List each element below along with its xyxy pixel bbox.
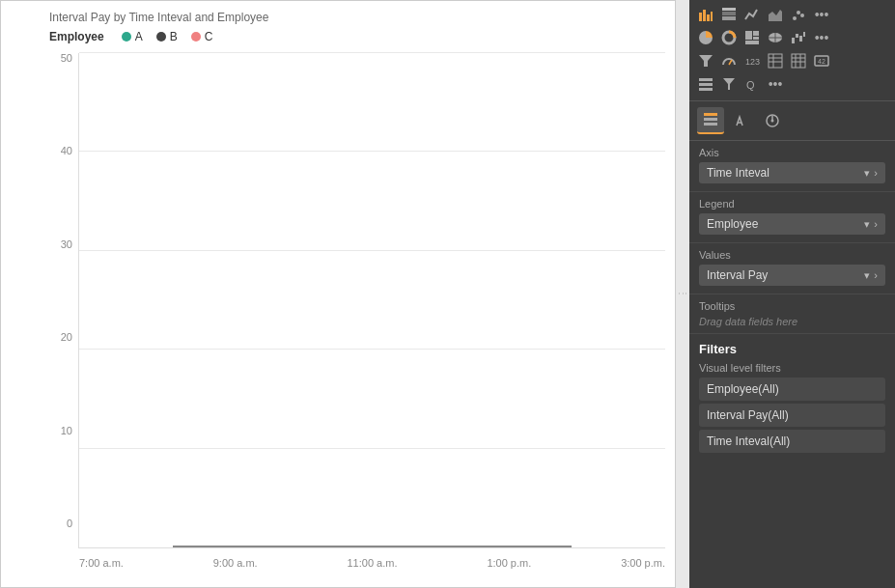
svg-text:123: 123 (745, 57, 760, 67)
y-label-0: 0 (67, 518, 72, 529)
fields-btn[interactable] (697, 107, 724, 134)
analytics-btn[interactable] (759, 107, 786, 134)
svg-rect-39 (699, 88, 713, 91)
svg-rect-5 (722, 12, 736, 15)
y-label-50: 50 (61, 53, 72, 64)
matrix-icon[interactable] (788, 50, 809, 71)
resize-handle[interactable]: ⋮ (676, 0, 689, 588)
icon-row-2: ••• (695, 27, 889, 48)
filter-icon[interactable] (718, 73, 740, 95)
svg-rect-4 (722, 16, 736, 20)
svg-rect-1 (703, 10, 706, 21)
line-chart-icon[interactable] (741, 4, 763, 25)
svg-text:42: 42 (818, 58, 825, 65)
svg-rect-12 (745, 31, 752, 40)
filters-section: Filters Visual level filters Employee(Al… (689, 334, 895, 463)
svg-rect-2 (707, 14, 710, 21)
svg-text:Q: Q (746, 79, 755, 91)
legend-text-b: B (170, 30, 178, 43)
svg-rect-38 (699, 83, 713, 86)
tooltips-label: Tooltips (699, 300, 885, 312)
pie-icon[interactable] (695, 27, 716, 48)
x-label-900: 9:00 a.m. (213, 557, 258, 569)
stacked-bar-icon[interactable] (718, 4, 740, 25)
values-field-pill[interactable]: Interval Pay ▾ › (699, 265, 885, 286)
chart-title: Interval Pay by Time Inteval and Employe… (49, 11, 665, 24)
more-icon-3[interactable]: ••• (765, 73, 786, 95)
svg-rect-20 (796, 34, 798, 38)
filter-item-time-inteval[interactable]: Time Inteval(All) (699, 430, 885, 453)
svg-rect-14 (753, 37, 759, 40)
axis-section: Axis Time Inteval ▾ › (689, 141, 895, 192)
chart-legend: Employee A B C (49, 30, 665, 43)
grid-line-top (79, 52, 665, 53)
legend-text-a: A (135, 30, 143, 43)
values-section: Values Interval Pay ▾ › (689, 243, 895, 294)
legend-item-a: A (122, 30, 143, 43)
svg-rect-43 (704, 118, 717, 121)
filter-item-interval-pay[interactable]: Interval Pay(All) (699, 404, 885, 427)
filter-item-employee[interactable]: Employee(All) (699, 378, 885, 401)
more-icon-2[interactable]: ••• (811, 27, 832, 48)
svg-point-48 (771, 120, 774, 123)
legend-pill-icons: ▾ › (864, 218, 878, 231)
axis-label: Axis (699, 147, 885, 158)
svg-rect-15 (745, 41, 759, 44)
svg-point-8 (793, 16, 797, 20)
grid-line-60 (79, 250, 665, 251)
svg-marker-23 (699, 55, 713, 67)
chevron-right-icon: › (874, 167, 878, 179)
legend-dot-c (191, 32, 201, 42)
map-icon[interactable] (765, 27, 786, 48)
kpi-icon[interactable]: 123 (741, 50, 763, 71)
slicer-icon[interactable] (695, 73, 716, 95)
axis-pill-icons: ▾ › (864, 167, 878, 180)
grid-line-40 (79, 349, 665, 350)
legend-section: Legend Employee ▾ › (689, 192, 895, 243)
donut-icon[interactable] (718, 27, 740, 48)
values-label: Values (699, 249, 885, 261)
svg-rect-21 (799, 36, 802, 42)
format-btn[interactable] (728, 107, 755, 134)
legend-chevron-icon: › (874, 218, 878, 230)
svg-rect-37 (699, 78, 713, 81)
svg-rect-19 (792, 38, 795, 43)
svg-rect-42 (704, 113, 717, 116)
axis-field-pill[interactable]: Time Inteval ▾ › (699, 162, 885, 183)
sub-toolbar (689, 101, 895, 141)
svg-line-24 (729, 60, 732, 65)
table-icon[interactable] (765, 50, 786, 71)
y-label-40: 40 (61, 146, 72, 156)
funnel-icon[interactable] (695, 50, 716, 71)
filters-sub-label: Visual level filters (699, 362, 885, 374)
card-icon[interactable]: 42 (811, 50, 832, 71)
qanda-icon[interactable]: Q (741, 73, 763, 95)
gauge-icon[interactable] (718, 50, 740, 71)
x-label-100: 1:00 p.m. (487, 557, 531, 569)
area-chart-icon[interactable] (765, 4, 786, 25)
y-axis: 50 40 30 20 10 0 (49, 53, 78, 548)
legend-dropdown-icon: ▾ (864, 218, 870, 231)
legend-label-panel: Legend (699, 198, 885, 210)
scatter-icon[interactable] (788, 4, 809, 25)
icon-row-4: Q ••• (695, 73, 889, 95)
treemap-icon[interactable] (741, 27, 763, 48)
legend-field-text: Employee (707, 217, 758, 231)
legend-label: Employee (49, 30, 104, 43)
bar-chart-icon[interactable] (695, 4, 716, 25)
svg-rect-0 (699, 13, 702, 21)
more-icon-1[interactable]: ••• (811, 4, 832, 25)
icon-row-1: ••• (695, 4, 889, 25)
values-dropdown-icon: ▾ (864, 269, 870, 282)
tooltips-section: Tooltips Drag data fields here (689, 294, 895, 334)
dropdown-icon: ▾ (864, 167, 870, 180)
x-label-300: 3:00 p.m. (621, 557, 665, 569)
legend-field-pill[interactable]: Employee ▾ › (699, 213, 885, 235)
values-field-text: Interval Pay (707, 268, 768, 282)
filters-title: Filters (699, 342, 885, 356)
waterfall-icon[interactable] (788, 27, 809, 48)
drag-placeholder: Drag data fields here (699, 316, 885, 327)
x-axis: 7:00 a.m. 9:00 a.m. 11:00 a.m. 1:00 p.m.… (79, 557, 665, 569)
legend-item-c: C (191, 30, 213, 43)
svg-rect-26 (769, 54, 782, 68)
